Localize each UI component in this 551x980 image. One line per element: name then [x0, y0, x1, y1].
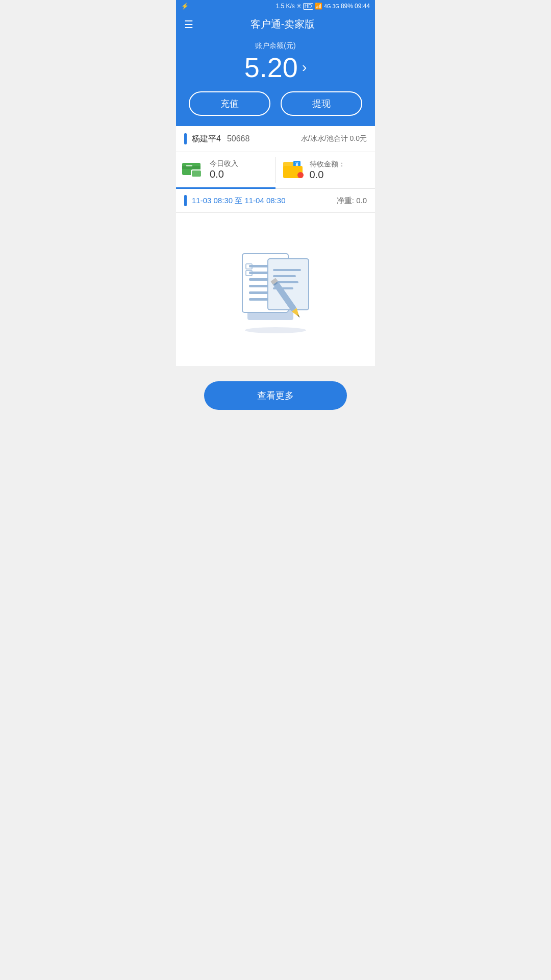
user-id: 50668: [227, 134, 250, 143]
date-range-row: 11-03 08:30 至 11-04 08:30 净重: 0.0: [176, 189, 375, 213]
svg-rect-2: [186, 165, 192, 166]
today-income-label: 今日收入: [210, 159, 238, 168]
pending-income-label: 待收金额：: [310, 160, 345, 169]
view-more-button[interactable]: 查看更多: [204, 381, 347, 410]
balance-number: 5.20: [244, 54, 298, 81]
today-income-text: 今日收入 0.0: [210, 159, 238, 180]
svg-rect-21: [273, 269, 301, 271]
header-section: ☰ 客户通-卖家版 账户余额(元) 5.20 › 充值 提现: [176, 12, 375, 126]
pending-income-value: 0.0: [310, 169, 345, 181]
wallet-icon: ¥: [282, 161, 305, 179]
recharge-button[interactable]: 充值: [189, 91, 270, 116]
date-range-text: 11-03 08:30 至 11-04 08:30: [192, 196, 285, 206]
battery-level: 89%: [341, 3, 353, 10]
today-income-item[interactable]: 今日收入 0.0: [176, 152, 276, 189]
balance-display[interactable]: 5.20 ›: [184, 54, 367, 81]
balance-label: 账户余额(元): [184, 41, 367, 51]
user-indicator-bar: [184, 133, 187, 144]
status-bar: ⚡ 1.5 K/s ✳ HD 📶 4G 3G 89% 09:44: [176, 0, 375, 12]
income-icon: [182, 161, 205, 179]
balance-chevron-icon: ›: [302, 59, 307, 76]
empty-illustration: [224, 233, 327, 335]
main-content: 杨建平4 50668 水/冰水/池合计 0.0元 今日收入 0.0: [176, 126, 375, 366]
speed-indicator: 1.5 K/s: [276, 3, 294, 10]
hd-badge: HD: [303, 3, 313, 10]
header-top-bar: ☰ 客户通-卖家版: [184, 17, 367, 31]
svg-point-9: [245, 327, 306, 333]
svg-rect-3: [191, 170, 202, 177]
pending-income-text: 待收金额： 0.0: [310, 160, 345, 181]
date-indicator-bar: [184, 195, 187, 206]
bluetooth-icon: ✳: [296, 3, 302, 10]
usb-icon: ⚡: [181, 3, 189, 10]
empty-state: [176, 213, 375, 366]
wifi-icon: 📶: [315, 3, 322, 10]
menu-icon[interactable]: ☰: [184, 18, 193, 31]
header-buttons: 充值 提现: [184, 91, 367, 116]
user-name: 杨建平4: [192, 134, 221, 144]
svg-rect-22: [273, 275, 296, 277]
user-info-row: 杨建平4 50668 水/冰水/池合计 0.0元: [176, 126, 375, 152]
user-balance-summary: 水/冰水/池合计 0.0元: [301, 134, 367, 143]
signal-3g: 3G: [333, 4, 339, 9]
time-display: 09:44: [355, 3, 370, 10]
status-bar-right: 1.5 K/s ✳ HD 📶 4G 3G 89% 09:44: [276, 3, 370, 10]
withdraw-button[interactable]: 提现: [281, 91, 362, 116]
today-income-value: 0.0: [210, 168, 238, 180]
stats-row: 今日收入 0.0 ¥ 待收金: [176, 152, 375, 189]
pending-income-item[interactable]: ¥ 待收金额： 0.0: [276, 152, 375, 188]
net-weight-display: 净重: 0.0: [337, 196, 367, 206]
status-bar-left: ⚡: [181, 3, 189, 10]
svg-point-8: [297, 172, 304, 178]
app-title: 客户通-卖家版: [198, 17, 367, 31]
signal-4g: 4G: [324, 4, 331, 9]
bottom-area: 查看更多: [176, 366, 375, 420]
